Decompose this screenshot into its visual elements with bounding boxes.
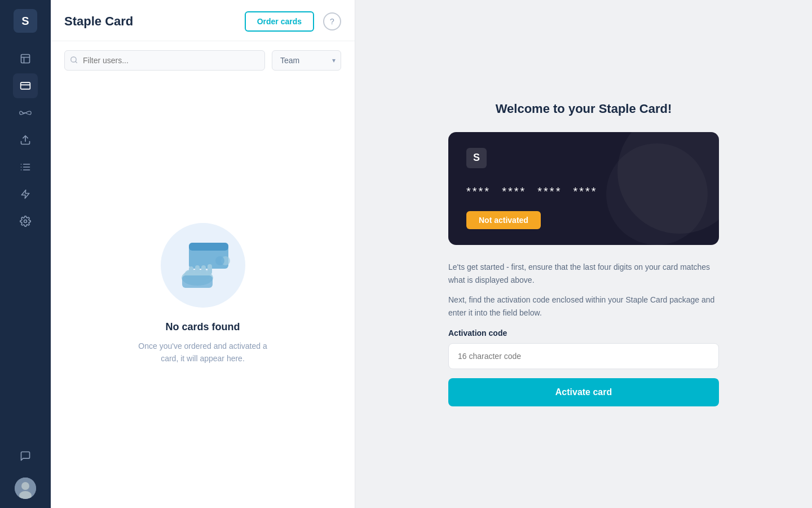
- sidebar-logo[interactable]: S: [14, 9, 37, 33]
- svg-rect-0: [21, 55, 30, 63]
- sidebar-item-lightning[interactable]: [13, 182, 38, 207]
- svg-rect-28: [189, 266, 193, 273]
- svg-marker-12: [21, 190, 29, 199]
- empty-description: Once you've ordered and activated a card…: [130, 340, 276, 365]
- page-header: Staple Card Order cards ?: [51, 0, 355, 41]
- order-cards-button[interactable]: Order cards: [245, 11, 314, 32]
- svg-point-13: [24, 220, 27, 223]
- svg-rect-27: [195, 265, 200, 273]
- info-text-2: Next, find the activation code enclosed …: [448, 294, 719, 319]
- info-text-1: Le'ts get started - first, ensure that t…: [448, 261, 719, 287]
- sidebar-item-documents[interactable]: [13, 46, 38, 71]
- svg-rect-25: [201, 265, 206, 274]
- team-dropdown[interactable]: Team All Sales Engineering Marketing: [272, 50, 341, 71]
- card-number-4: ****: [573, 185, 597, 198]
- search-wrap: [64, 50, 265, 71]
- right-panel: Welcome to your Staple Card! S **** ****…: [355, 0, 812, 508]
- sidebar-item-cards[interactable]: [13, 73, 38, 98]
- svg-point-22: [215, 256, 224, 265]
- card-number-row: **** **** **** ****: [466, 185, 701, 198]
- svg-point-15: [21, 482, 29, 490]
- card-visual: S **** **** **** **** Not activated: [448, 132, 719, 245]
- empty-state: No cards found Once you've ordered and a…: [51, 80, 355, 508]
- right-content: Welcome to your Staple Card! S **** ****…: [448, 102, 719, 406]
- team-dropdown-wrap: Team All Sales Engineering Marketing ▾: [272, 50, 341, 71]
- sidebar-item-list[interactable]: [13, 155, 38, 179]
- filter-row: Team All Sales Engineering Marketing ▾: [51, 41, 355, 80]
- sidebar: S: [0, 0, 51, 508]
- left-panel: Staple Card Order cards ? Team All Sales…: [51, 0, 355, 508]
- svg-rect-3: [21, 82, 30, 89]
- activate-card-button[interactable]: Activate card: [448, 378, 719, 406]
- svg-rect-26: [208, 264, 212, 274]
- page-title: Staple Card: [64, 14, 236, 29]
- help-button[interactable]: ?: [323, 12, 341, 30]
- card-number-3: ****: [537, 185, 562, 198]
- sidebar-item-chat[interactable]: [13, 444, 38, 468]
- empty-title: No cards found: [165, 321, 240, 333]
- activation-code-label: Activation code: [448, 329, 719, 338]
- sidebar-item-settings[interactable]: [13, 209, 38, 234]
- empty-illustration: [161, 223, 245, 308]
- activation-code-input[interactable]: [448, 343, 719, 369]
- hand-card-illustration: [172, 237, 234, 294]
- sidebar-item-upload[interactable]: [13, 128, 38, 152]
- not-activated-badge: Not activated: [466, 211, 541, 229]
- user-avatar[interactable]: [15, 478, 36, 499]
- sidebar-item-infinity[interactable]: [13, 100, 38, 125]
- search-icon: [70, 56, 78, 65]
- welcome-title: Welcome to your Staple Card!: [448, 102, 719, 116]
- search-input[interactable]: [64, 50, 265, 71]
- svg-line-18: [76, 61, 77, 63]
- card-logo: S: [466, 148, 487, 168]
- card-number-1: ****: [466, 185, 491, 198]
- svg-rect-29: [182, 275, 213, 288]
- card-status-row: Not activated: [466, 211, 701, 229]
- card-number-2: ****: [502, 185, 526, 198]
- svg-rect-20: [189, 243, 228, 251]
